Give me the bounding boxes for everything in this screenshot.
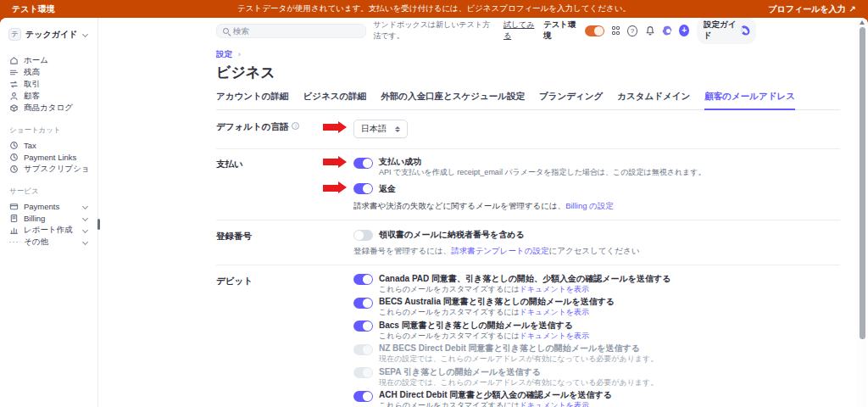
apps-grid-icon[interactable]: [612, 26, 620, 35]
bell-icon[interactable]: [645, 25, 655, 36]
registration-footnote: 登録番号を管理するには、請求書テンプレートの設定にアクセスしてください: [353, 246, 840, 256]
search-input[interactable]: [233, 26, 359, 36]
sidebar-item-customers[interactable]: 顧客: [0, 90, 97, 102]
app-window: テ テックガイド ホーム 残高 取引 顧客 商品カタログ: [0, 18, 868, 407]
docs-link[interactable]: ドキュメントを表示: [520, 401, 589, 407]
bacs-toggle[interactable]: [353, 321, 373, 332]
test-mode-toggle[interactable]: [585, 25, 604, 36]
sidebar-item-more[interactable]: ··· その他: [0, 236, 97, 248]
sidebar-item-payment-links[interactable]: Payment Links: [0, 151, 97, 163]
sidebar-item-transactions[interactable]: 取引: [0, 78, 97, 90]
sidebar-item-tax[interactable]: Tax: [0, 139, 97, 151]
tab-payout-accounts[interactable]: 外部の入金口座とスケジュール設定: [381, 91, 525, 109]
info-icon: i: [292, 122, 299, 130]
section-payments: 支払い 支払い成功 API で支払いを作成し receipt_email パラメ…: [216, 149, 840, 220]
search-icon: [223, 28, 229, 34]
tab-custom-domain[interactable]: カスタムドメイン: [617, 91, 690, 109]
toggle-row-tax-id: 領収書のメールに納税者番号を含める: [353, 229, 840, 241]
sidebar-item-home[interactable]: ホーム: [0, 54, 97, 66]
docs-link[interactable]: ドキュメントを表示: [520, 332, 589, 340]
account-name: テックガイド: [25, 29, 79, 41]
test-mode-banner: テスト環境 テストデータが使用されています。支払いを受け付けるには、ビジネスプロ…: [0, 0, 868, 18]
ach-toggle[interactable]: [353, 391, 373, 402]
chevron-down-icon: [82, 215, 88, 220]
tab-business-details[interactable]: ビジネスの詳細: [303, 91, 366, 109]
sidebar-item-billing[interactable]: Billing: [0, 212, 97, 224]
section-label: デフォルトの言語: [216, 121, 288, 133]
sidebar-heading-shortcuts: ショートカット: [0, 114, 97, 139]
toggle-row-payment-success: 支払い成功 API で支払いを作成し receipt_email パラメータを指…: [353, 157, 840, 177]
page-title: ビジネス: [216, 63, 840, 82]
billing-icon: [9, 214, 19, 223]
settings-gear-icon[interactable]: [663, 25, 672, 36]
tax-id-toggle[interactable]: [353, 230, 373, 241]
sidebar-item-subscriptions[interactable]: サブスクリプション: [0, 163, 97, 175]
sidebar-item-product-catalog[interactable]: 商品カタログ: [0, 102, 97, 114]
settings-tabs: アカウントの詳細 ビジネスの詳細 外部の入金口座とスケジュール設定 ブランディン…: [216, 91, 840, 110]
help-icon[interactable]: ?: [627, 25, 637, 36]
sepa-toggle[interactable]: [353, 367, 373, 378]
toggle-row-becs-australia: BECS Australia 同意書と引き落としの開始メールを送信する これらの…: [353, 297, 840, 317]
section-label: 登録番号: [216, 229, 353, 256]
chevron-down-icon: [82, 226, 88, 232]
toggle-row-bacs: Bacs 同意書と引き落としの開始メールを送信する これらのメールをカスタマイズ…: [353, 321, 840, 341]
sidebar-scrollbar-thumb[interactable]: [97, 219, 100, 230]
chevron-down-icon: [82, 31, 88, 37]
toggle-row-canada-pad: Canada PAD 同意書、引き落としの開始、少額入金の確認メールを送信する …: [353, 274, 840, 294]
section-debit: デビット Canada PAD 同意書、引き落としの開始、少額入金の確認メールを…: [216, 265, 840, 407]
sidebar: テ テックガイド ホーム 残高 取引 顧客 商品カタログ: [0, 18, 98, 407]
home-icon: [9, 56, 19, 65]
main-area: サンドボックスは新しいテスト方法です。 試してみる テスト環境 ? + 設定ガイ…: [99, 18, 868, 407]
external-link-icon: ↗: [849, 4, 856, 14]
account-avatar: テ: [8, 28, 21, 41]
tab-branding[interactable]: ブランディング: [539, 91, 603, 109]
banner-profile-link[interactable]: プロフィールを入力 ↗: [768, 3, 856, 15]
toggle-row-refund: 返金: [353, 183, 840, 195]
search-box[interactable]: [216, 24, 366, 38]
balance-icon: [9, 68, 19, 77]
topbar: サンドボックスは新しいテスト方法です。 試してみる テスト環境 ? + 設定ガイ…: [99, 18, 868, 43]
nz-becs-toggle[interactable]: [353, 344, 373, 355]
payments-icon: [9, 202, 19, 211]
docs-link[interactable]: ドキュメントを表示: [520, 308, 589, 316]
toggle-row-nz-becs: NZ BECS Direct Debit 同意書と引き落としの開始メールを送信す…: [353, 343, 840, 364]
toggle-row-ach: ACH Direct Debit 同意書と少額入金の確認メールを送信する これら…: [353, 390, 840, 407]
annotation-arrow: [323, 159, 338, 165]
docs-link[interactable]: ドキュメントを表示: [520, 285, 589, 293]
billing-settings-link[interactable]: Billing の設定: [565, 201, 614, 210]
select-updown-icon: [395, 126, 400, 132]
canada-pad-toggle[interactable]: [353, 274, 373, 285]
sidebar-item-reports[interactable]: レポート作成: [0, 224, 97, 236]
payment-success-toggle[interactable]: [353, 158, 373, 169]
breadcrumb-settings-link[interactable]: 設定: [216, 49, 232, 59]
sidebar-heading-services: サービス: [0, 175, 97, 200]
becs-australia-toggle[interactable]: [353, 298, 373, 309]
payments-footnote: 請求書や決済の失敗などに関するメールを管理するには、Billing の設定: [353, 201, 840, 211]
invoice-template-link[interactable]: 請求書テンプレートの設定: [451, 246, 548, 255]
sandbox-hint-text: サンドボックスは新しいテスト方法です。: [373, 20, 496, 42]
sandbox-try-link[interactable]: 試してみる: [504, 20, 536, 42]
refund-toggle[interactable]: [353, 183, 373, 194]
env-toggle-label: テスト環境: [543, 20, 577, 42]
scrollbar[interactable]: [857, 19, 867, 407]
transactions-icon: [9, 80, 19, 89]
language-select[interactable]: 日本語: [353, 120, 408, 138]
tab-account-details[interactable]: アカウントの詳細: [216, 91, 288, 109]
reports-icon: [9, 226, 19, 235]
create-plus-icon[interactable]: +: [679, 25, 689, 36]
scrollbar-thumb[interactable]: [860, 27, 865, 339]
clock-icon: [9, 141, 19, 150]
account-switcher[interactable]: テ テックガイド: [0, 26, 97, 49]
banner-message: テストデータが使用されています。支払いを受け付けるには、ビジネスプロフィールを入…: [0, 3, 868, 14]
tab-customer-emails[interactable]: 顧客のメールアドレス: [704, 91, 795, 110]
sidebar-item-payments[interactable]: Payments: [0, 200, 97, 212]
settings-content: 設定 › ビジネス アカウントの詳細 ビジネスの詳細 外部の入金口座とスケジュー…: [216, 49, 840, 407]
chevron-down-icon: [82, 238, 88, 244]
scrollbar-up-arrow[interactable]: [860, 20, 865, 25]
annotation-arrow: [323, 124, 338, 131]
product-catalog-icon: [9, 103, 19, 113]
section-label: デビット: [216, 274, 353, 407]
clock-icon: [9, 153, 19, 162]
setup-guide-button[interactable]: 設定ガイド: [697, 18, 756, 44]
sidebar-item-balance[interactable]: 残高: [0, 66, 97, 78]
